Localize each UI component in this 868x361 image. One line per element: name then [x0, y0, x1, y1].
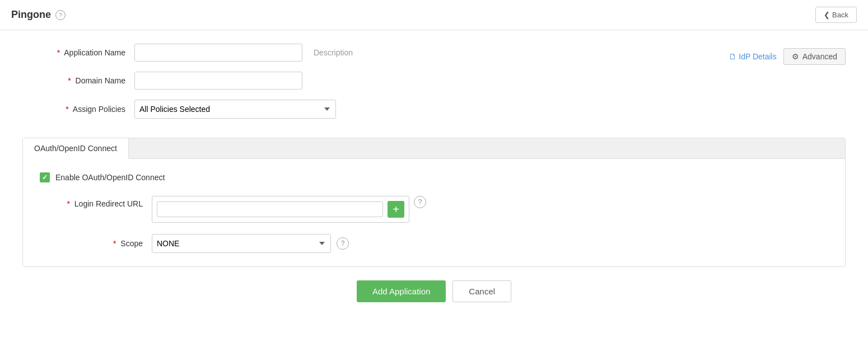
assign-policies-select[interactable]: All Policies Selected — [134, 100, 336, 119]
url-input-group: + — [152, 196, 409, 223]
required-star-3: * — [66, 105, 68, 114]
back-arrow-icon: ❮ — [824, 11, 830, 19]
domain-name-input[interactable] — [134, 72, 302, 90]
top-form-actions: 🗋 IdP Details ⚙ Advanced — [729, 44, 846, 65]
scope-row: * Scope NONE openid profile email ? — [40, 234, 828, 253]
login-redirect-url-row: * Login Redirect URL + ? — [40, 196, 828, 223]
enable-oauth-checkbox[interactable] — [40, 172, 50, 182]
plus-icon: + — [393, 204, 399, 215]
application-name-row: * Application Name Description — [22, 44, 729, 62]
assign-policies-label: * Assign Policies — [22, 105, 134, 114]
advanced-button[interactable]: ⚙ Advanced — [783, 48, 846, 65]
add-application-button[interactable]: Add Application — [357, 280, 446, 302]
scope-label: * Scope — [40, 239, 152, 248]
page-header: Pingone ? ❮ Back — [0, 0, 868, 30]
domain-name-row: * Domain Name — [22, 72, 729, 90]
login-redirect-url-input[interactable] — [157, 201, 383, 217]
idp-details-link[interactable]: 🗋 IdP Details — [729, 52, 776, 61]
back-button[interactable]: ❮ Back — [815, 7, 857, 23]
enable-oauth-row: Enable OAuth/OpenID Connect — [40, 172, 828, 182]
required-star-4: * — [67, 199, 69, 208]
application-name-label: * Application Name — [22, 48, 134, 57]
top-form-fields: * Application Name Description * Domain … — [22, 44, 729, 129]
login-redirect-url-label: * Login Redirect URL — [40, 196, 152, 208]
assign-policies-row: * Assign Policies All Policies Selected — [22, 100, 729, 119]
required-star-5: * — [113, 239, 116, 248]
required-star: * — [57, 48, 60, 57]
footer-actions: Add Application Cancel — [22, 280, 846, 302]
scope-help-icon[interactable]: ? — [337, 237, 349, 250]
main-content: * Application Name Description * Domain … — [0, 30, 868, 316]
application-name-input[interactable] — [134, 44, 302, 62]
oauth-openid-tab[interactable]: OAuth/OpenID Connect — [23, 138, 129, 159]
description-link[interactable]: Description — [314, 48, 353, 57]
header-left: Pingone ? — [11, 9, 66, 21]
page-help-icon[interactable]: ? — [55, 10, 66, 20]
required-star-2: * — [68, 76, 71, 85]
scope-select[interactable]: NONE openid profile email — [152, 234, 331, 253]
cancel-button[interactable]: Cancel — [452, 280, 511, 302]
oauth-section-body: Enable OAuth/OpenID Connect * Login Redi… — [23, 159, 845, 266]
redirect-url-help-icon[interactable]: ? — [414, 196, 426, 208]
add-url-button[interactable]: + — [388, 201, 404, 218]
top-form-header: * Application Name Description * Domain … — [22, 44, 846, 129]
page-title: Pingone — [11, 9, 51, 21]
gear-icon: ⚙ — [792, 52, 799, 61]
header-right: ❮ Back — [815, 7, 857, 23]
domain-name-label: * Domain Name — [22, 76, 134, 85]
enable-oauth-label: Enable OAuth/OpenID Connect — [55, 173, 165, 182]
document-icon: 🗋 — [729, 52, 736, 61]
oauth-panel: OAuth/OpenID Connect Enable OAuth/OpenID… — [22, 138, 846, 267]
section-tabs: OAuth/OpenID Connect — [23, 138, 845, 159]
